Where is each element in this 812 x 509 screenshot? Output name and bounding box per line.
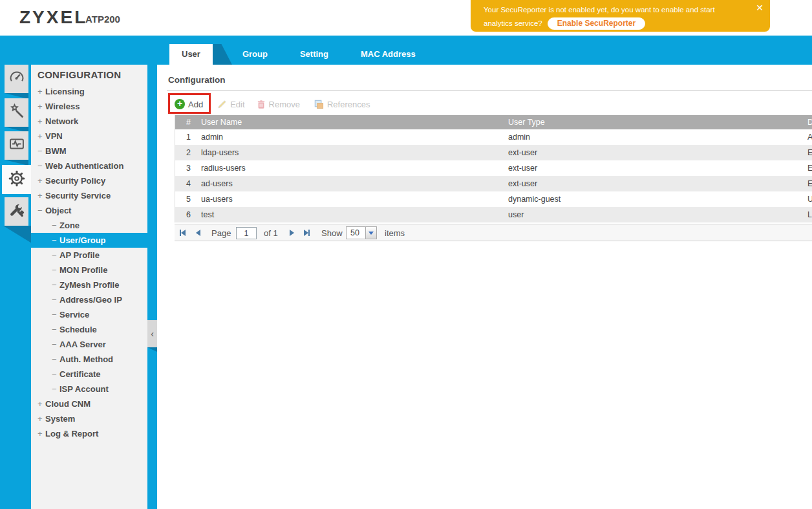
sidebar-item-aaa-server[interactable]: −AAA Server bbox=[31, 337, 147, 352]
sidebar-item-zymesh-profile[interactable]: −ZyMesh Profile bbox=[31, 277, 147, 292]
expand-plus-icon: + bbox=[37, 411, 45, 426]
column-header-number: # bbox=[178, 115, 191, 129]
table-row[interactable]: 4ad-usersext-userE bbox=[175, 176, 812, 191]
cell-number: 6 bbox=[178, 207, 191, 222]
wizard-rail-button[interactable] bbox=[5, 98, 28, 127]
items-per-page-select[interactable]: 50 bbox=[346, 226, 377, 239]
sidebar-item-network[interactable]: +Network bbox=[31, 114, 147, 129]
sidebar-item-zone[interactable]: −Zone bbox=[31, 218, 147, 233]
tab-label: User bbox=[182, 49, 200, 59]
first-page-button[interactable] bbox=[180, 228, 186, 237]
collapse-minus-icon: − bbox=[37, 203, 45, 218]
sidebar-item-label: Security Policy bbox=[45, 176, 105, 186]
sidebar-item-label: User/Group bbox=[59, 235, 106, 245]
column-header-user-name: User Name bbox=[201, 115, 242, 129]
next-page-icon bbox=[290, 230, 294, 236]
add-button[interactable]: + Add bbox=[175, 99, 203, 109]
references-button-label: References bbox=[327, 100, 370, 109]
dashboard-rail-button[interactable] bbox=[5, 65, 28, 93]
remove-button[interactable]: Remove bbox=[257, 100, 300, 109]
chevron-down-icon bbox=[369, 232, 374, 235]
sidebar-item-schedule[interactable]: −Schedule bbox=[31, 322, 147, 337]
sidebar-item-label: MON Profile bbox=[59, 265, 107, 275]
user-table: # User Name User Type D 1adminadminA2lda… bbox=[175, 115, 812, 222]
tab-user[interactable]: User bbox=[169, 44, 213, 65]
sidebar-item-system[interactable]: +System bbox=[31, 411, 147, 426]
tab-setting[interactable]: Setting bbox=[292, 44, 336, 65]
sidebar-item-label: System bbox=[45, 414, 75, 424]
cell-description-truncated: L bbox=[807, 207, 812, 222]
tab-label: Setting bbox=[300, 49, 328, 59]
collapse-minus-icon: − bbox=[52, 248, 59, 263]
previous-page-button[interactable] bbox=[196, 228, 200, 237]
sidebar-item-certificate[interactable]: −Certificate bbox=[31, 367, 147, 382]
enable-securereporter-button[interactable]: Enable SecuReporter bbox=[548, 17, 645, 30]
tab-label: MAC Address bbox=[361, 49, 416, 59]
sidebar-item-label: ZyMesh Profile bbox=[59, 280, 119, 290]
sidebar-item-auth-method[interactable]: −Auth. Method bbox=[31, 352, 147, 367]
edit-button[interactable]: Edit bbox=[217, 100, 244, 109]
cell-description-truncated: U bbox=[807, 191, 812, 207]
collapse-minus-icon: − bbox=[52, 233, 59, 248]
banner-message-line1: Your SecuReporter is not enabled yet, do… bbox=[484, 6, 715, 14]
sidebar-item-isp-account[interactable]: −ISP Account bbox=[31, 382, 147, 396]
collapse-minus-icon: − bbox=[52, 292, 59, 307]
sidebar-item-service[interactable]: −Service bbox=[31, 307, 147, 322]
banner-close-icon[interactable]: ✕ bbox=[756, 3, 764, 13]
sidebar-item-licensing[interactable]: +Licensing bbox=[31, 84, 147, 99]
monitor-rail-button[interactable] bbox=[5, 131, 28, 160]
sidebar-item-label: Zone bbox=[59, 221, 80, 230]
sidebar-item-ap-profile[interactable]: −AP Profile bbox=[31, 248, 147, 263]
sidebar-item-log-report[interactable]: +Log & Report bbox=[31, 426, 147, 441]
last-page-button[interactable] bbox=[304, 228, 310, 237]
cell-number: 3 bbox=[178, 160, 191, 176]
sidebar-item-user-group[interactable]: −User/Group bbox=[31, 233, 147, 248]
table-row[interactable]: 1adminadminA bbox=[175, 129, 812, 145]
table-row[interactable]: 3radius-usersext-userE bbox=[175, 160, 812, 176]
column-header-user-type: User Type bbox=[508, 115, 545, 129]
sidebar-item-label: AP Profile bbox=[59, 250, 100, 260]
table-row[interactable]: 5ua-usersdynamic-guestU bbox=[175, 191, 812, 207]
cell-user-name: radius-users bbox=[201, 160, 246, 176]
select-dropdown-button[interactable] bbox=[365, 227, 376, 239]
table-row[interactable]: 2ldap-usersext-userE bbox=[175, 145, 812, 160]
sidebar-item-bwm[interactable]: −BWM bbox=[31, 144, 147, 158]
sidebar-item-mon-profile[interactable]: −MON Profile bbox=[31, 263, 147, 277]
maintenance-rail-button[interactable] bbox=[5, 197, 28, 226]
configuration-menu-panel: CONFIGURATION +Licensing+Wireless+Networ… bbox=[31, 65, 147, 509]
collapse-minus-icon: − bbox=[37, 144, 45, 158]
sidebar-item-security-policy[interactable]: +Security Policy bbox=[31, 173, 147, 188]
dashboard-icon bbox=[8, 69, 26, 89]
previous-page-icon bbox=[196, 230, 200, 236]
expand-plus-icon: + bbox=[37, 173, 45, 188]
cell-user-name: admin bbox=[201, 129, 223, 145]
cell-user-type: admin bbox=[508, 129, 530, 145]
sidebar-item-web-authentication[interactable]: −Web Authentication bbox=[31, 158, 147, 173]
sidebar-collapse-handle[interactable]: ‹ bbox=[147, 320, 157, 347]
page-number-input[interactable] bbox=[236, 227, 257, 239]
cell-user-type: ext-user bbox=[508, 176, 537, 191]
sidebar-item-wireless[interactable]: +Wireless bbox=[31, 99, 147, 114]
sidebar-item-label: VPN bbox=[45, 131, 63, 141]
sidebar-item-security-service[interactable]: +Security Service bbox=[31, 188, 147, 203]
table-pagination-bar: Page of 1 Show 50 items bbox=[175, 224, 812, 241]
banner-message-line2-text: analytics service? bbox=[484, 19, 542, 27]
first-page-icon bbox=[181, 230, 186, 236]
next-page-button[interactable] bbox=[290, 228, 294, 237]
configuration-rail-button[interactable] bbox=[2, 165, 31, 194]
page-of-label: of 1 bbox=[264, 224, 278, 242]
tab-group[interactable]: Group bbox=[235, 44, 275, 65]
tab-mac-address[interactable]: MAC Address bbox=[353, 44, 423, 65]
sidebar-item-vpn[interactable]: +VPN bbox=[31, 129, 147, 144]
references-button[interactable]: References bbox=[314, 100, 370, 109]
collapse-minus-icon: − bbox=[37, 158, 45, 173]
expand-plus-icon: + bbox=[37, 114, 45, 129]
page-title: Configuration bbox=[168, 75, 225, 85]
sidebar-item-address-geo-ip[interactable]: −Address/Geo IP bbox=[31, 292, 147, 307]
sidebar-item-label: Licensing bbox=[45, 87, 85, 96]
sidebar-item-cloud-cnm[interactable]: +Cloud CNM bbox=[31, 396, 147, 411]
banner-message-line2: analytics service?Enable SecuReporter bbox=[484, 17, 645, 30]
collapse-minus-icon: − bbox=[52, 352, 59, 367]
sidebar-item-object[interactable]: −Object bbox=[31, 203, 147, 218]
table-row[interactable]: 6testuserL bbox=[175, 207, 812, 222]
